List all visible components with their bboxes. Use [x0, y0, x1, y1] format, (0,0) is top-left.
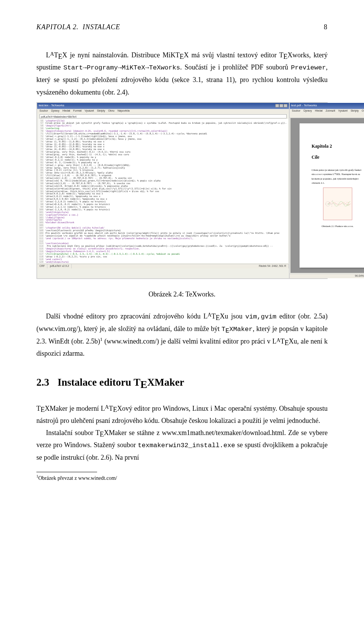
svg-text:0: 0 — [328, 204, 328, 205]
pdf-plot: -1 0 1 0 1 -1 ½π π 3⁄2π 2π x — [323, 188, 352, 220]
section-number: 2.3 — [36, 377, 49, 388]
pdf-plot-caption: Obrázek 2.1 Funkce sin a cos. — [312, 224, 364, 229]
chapter-title: INSTALACE — [83, 23, 120, 31]
svg-text:f(x): f(x) — [332, 200, 333, 201]
source-titlebar: test.tex - TeXworks — [37, 103, 289, 109]
source-menubar[interactable]: SouborÚpravyHledatFormátVysázetSkriptyOk… — [37, 109, 289, 114]
svg-text:½π: ½π — [335, 204, 336, 205]
figure-caption: Obrázek 2.4: TeXworks. — [36, 288, 328, 300]
installer-filename: texmakerwin32_install.exe — [138, 442, 235, 449]
previewer-name: Previewer — [291, 64, 326, 71]
texmaker-paragraph-2: Instalační soubor TEXMaker se stáhne z w… — [36, 427, 328, 463]
texworks-source-window: test.tex - TeXworks SouborÚpravyHledatFo… — [37, 103, 289, 278]
source-title: test.tex - TeXworks — [39, 103, 64, 108]
vim-label: vim,gvim — [245, 313, 276, 320]
texworks-pdf-window: test.pdf - TeXworks SouborÚpravyHledatZo… — [290, 103, 364, 278]
maximize-icon[interactable] — [279, 104, 283, 107]
menu-path: Start→Programy→MiKTeX→TeXworks — [63, 64, 180, 71]
source-editor[interactable]: 5657585970717273747576777879808182838485… — [38, 119, 288, 263]
pdf-chapter-label: Kapitola 2 — [312, 142, 364, 150]
engine-selector[interactable]: pdfLaTeX+MakeIndex+BibTeX — [39, 114, 287, 118]
svg-text:α: α — [328, 203, 329, 203]
svg-text:x: x — [350, 204, 351, 204]
footnote-rule — [36, 472, 97, 472]
minimize-icon[interactable] — [275, 104, 279, 107]
running-head: KAPITOLA 2. INSTALACE 8 — [36, 21, 328, 33]
svg-text:sin α: sin α — [329, 203, 331, 203]
zoom-label: 96.04% — [353, 274, 364, 278]
svg-text:-1: -1 — [331, 206, 331, 207]
pdf-titlebar: test.pdf - TeXworks — [290, 103, 364, 109]
intro-paragraph: LATEX je nyní nainstalován. Distribuce M… — [36, 49, 328, 98]
svg-text:1: 1 — [330, 204, 330, 205]
pdf-menubar[interactable]: SouborÚpravyHledatZobrazitVysázetSkripty… — [290, 109, 364, 114]
svg-text:1: 1 — [331, 201, 332, 202]
svg-text:3⁄2π: 3⁄2π — [344, 204, 345, 205]
chapter-label: KAPITOLA 2. — [36, 23, 78, 31]
section-heading: 2.3Instalace editoru TEXMaker — [36, 373, 328, 391]
source-toolbar: pdfLaTeX+MakeIndex+BibTeX — [37, 114, 289, 119]
texmaker-paragraph-1: TEXMaker je moderní LATEXový editor pro … — [36, 402, 328, 427]
page-number: 8 — [324, 21, 328, 33]
figure-texworks: test.tex - TeXworks SouborÚpravyHledatFo… — [36, 102, 328, 279]
pdf-chapter-title: Cíle — [312, 153, 364, 161]
pdf-viewport[interactable]: Kapitola 2 Cíle Cílem práce je ukázat ja… — [290, 118, 364, 273]
pdf-toolbar[interactable] — [290, 114, 364, 118]
editors-paragraph: Další vhodné editory pro zpracování zdro… — [36, 310, 328, 360]
svg-text:f(x) = sin x: f(x) = sin x — [347, 202, 349, 203]
footnote: 1Obrázek převzat z www.winedt.com/ — [36, 474, 328, 482]
svg-text:cos α: cos α — [328, 204, 329, 205]
close-icon[interactable] — [284, 104, 287, 107]
pdf-title: test.pdf - TeXworks — [291, 103, 317, 108]
pdf-intro-text: Cílem práce je ukázat jak vytvořit grafy… — [312, 168, 364, 185]
source-statusbar: CRF pdfLaTeX v2.9.2 Rádek 54: 2462, 501 … — [37, 264, 289, 268]
pdf-page: Kapitola 2 Cíle Cílem práce je ukázat ja… — [300, 123, 364, 268]
svg-text:-1: -1 — [325, 204, 326, 205]
svg-text:0: 0 — [331, 204, 332, 205]
pdf-statusbar: 96.04% strana 8: 17 — [290, 274, 364, 278]
